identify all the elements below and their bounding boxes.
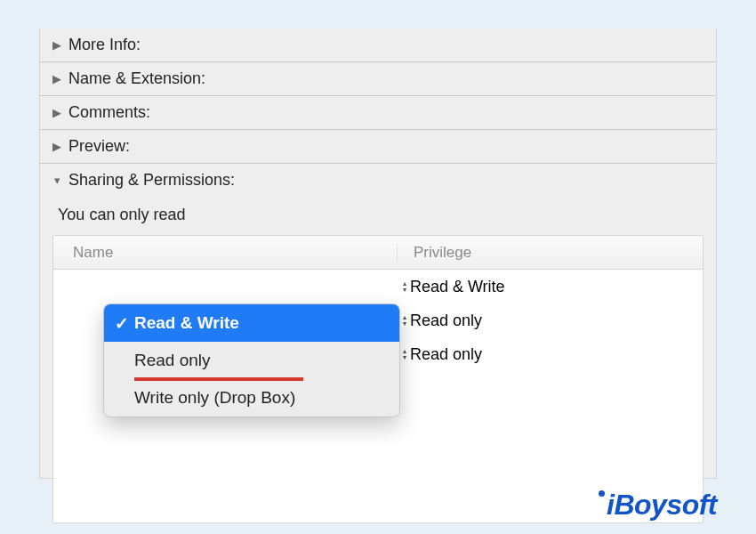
- privilege-value: Read & Write: [410, 278, 505, 296]
- popup-item-label: Read only: [134, 351, 211, 370]
- privilege-value: Read only: [410, 312, 482, 330]
- table-body: ▴▾ Read & Write ▴▾ Read only ▴▾ Read o: [53, 270, 703, 522]
- info-panel: ▶ More Info: ▶ Name & Extension: ▶ Comme…: [39, 28, 717, 479]
- section-more-info[interactable]: ▶ More Info:: [40, 28, 716, 62]
- section-sharing-permissions[interactable]: ▾ Sharing & Permissions:: [40, 164, 716, 197]
- popup-item-label: Write only (Drop Box): [134, 388, 295, 408]
- chevron-right-icon: ▶: [51, 140, 63, 153]
- stepper-icon[interactable]: ▴▾: [403, 348, 406, 360]
- check-icon: ✓: [115, 313, 129, 334]
- popup-item-read-only[interactable]: Read only: [104, 342, 399, 379]
- section-name-extension[interactable]: ▶ Name & Extension:: [40, 62, 716, 96]
- brand-logo: iBoysoft: [599, 489, 717, 522]
- popup-item-label: Read & Write: [134, 313, 239, 333]
- annotation-underline: [134, 377, 303, 381]
- section-label: Name & Extension:: [68, 69, 205, 88]
- chevron-right-icon: ▶: [51, 106, 63, 119]
- stepper-icon[interactable]: ▴▾: [403, 280, 406, 293]
- column-name[interactable]: Name: [53, 244, 398, 262]
- chevron-down-icon: ▾: [51, 174, 63, 187]
- privilege-popup-menu: ✓ Read & Write Read only Write only (Dro…: [103, 303, 400, 417]
- section-label: Sharing & Permissions:: [68, 171, 235, 190]
- permissions-table: Name Privilege ▴▾ Read & Write ▴▾ Read o…: [52, 235, 704, 523]
- sharing-body: You can only read Name Privilege ▴▾ Read…: [40, 197, 716, 534]
- section-preview[interactable]: ▶ Preview:: [40, 130, 716, 164]
- section-comments[interactable]: ▶ Comments:: [40, 96, 716, 130]
- section-label: More Info:: [68, 36, 141, 54]
- chevron-right-icon: ▶: [51, 38, 63, 52]
- column-privilege[interactable]: Privilege: [398, 244, 703, 262]
- sharing-status-text: You can only read: [58, 206, 704, 224]
- stepper-icon[interactable]: ▴▾: [403, 314, 406, 327]
- section-label: Comments:: [68, 103, 150, 122]
- privilege-value: Read only: [410, 345, 482, 364]
- brand-text: iBoysoft: [607, 489, 717, 522]
- section-label: Preview:: [68, 137, 130, 156]
- popup-item-read-write[interactable]: ✓ Read & Write: [104, 304, 399, 342]
- table-header: Name Privilege: [53, 236, 703, 270]
- table-row[interactable]: ▴▾ Read & Write: [53, 270, 703, 303]
- popup-item-write-only[interactable]: Write only (Drop Box): [104, 379, 399, 417]
- dot-icon: [599, 490, 605, 497]
- chevron-right-icon: ▶: [51, 72, 63, 85]
